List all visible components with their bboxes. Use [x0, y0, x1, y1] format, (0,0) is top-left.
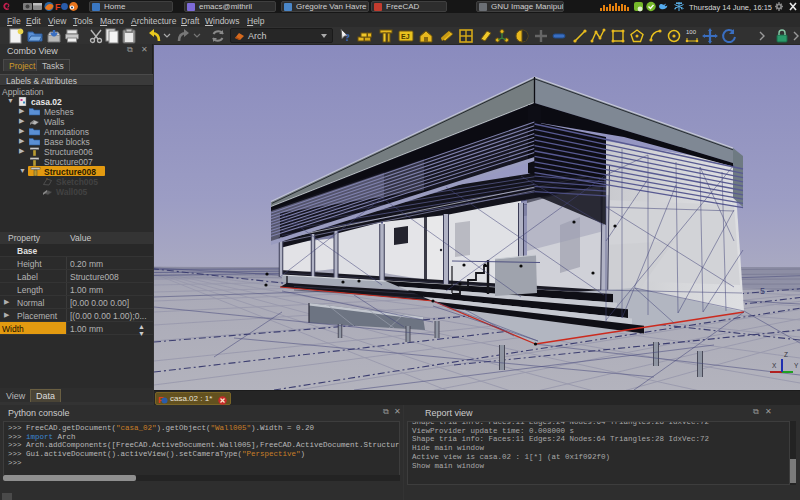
- svg-text:F: F: [55, 2, 61, 12]
- svg-text:?: ?: [345, 32, 350, 43]
- svg-text:EJ: EJ: [401, 33, 410, 40]
- svg-text:5: 5: [760, 286, 765, 296]
- svg-text:Y: Y: [794, 362, 799, 369]
- svg-text:Z: Z: [784, 351, 788, 358]
- svg-text:100: 100: [686, 29, 697, 35]
- svg-text:X: X: [772, 362, 777, 369]
